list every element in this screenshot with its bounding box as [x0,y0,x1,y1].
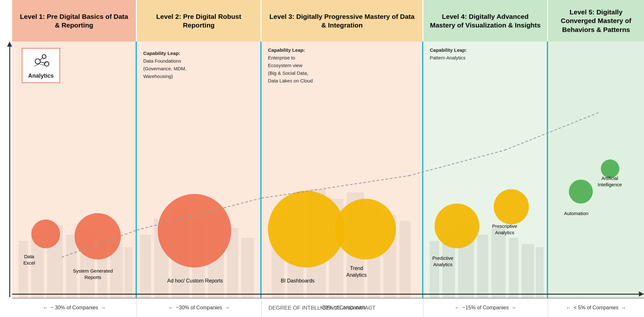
automation-label: Automation [564,210,588,217]
level2-header: Level 2: Pre Digital Robust Reporting [137,0,262,42]
level5-header: Level 5: Digitally Converged Mastery of … [548,0,644,42]
x-arrow [639,291,644,297]
analytics-icon-box: Analytics [22,48,60,83]
y-arrow [7,42,12,47]
data-excel-bubble [31,220,60,248]
x-axis-line [12,294,639,295]
predictive-analytics-label: PredictiveAnalytics [432,255,453,267]
y-axis-line [9,47,10,297]
col2: Capability Leap: Data Foundations(Govern… [137,42,262,298]
stat2: ← ~30% of Companies → [137,298,262,317]
prescriptive-analytics-label: PrescriptiveAnalytics [492,223,517,236]
x-axis-label: DEGREE OF INTELLIGENCE AND IMPACT [268,305,375,311]
adhoc-reports-label: Ad hoc/ Custom Reports [167,278,223,284]
col3: Capability Leap: Enterprise toEcosystem … [262,42,423,298]
level1-header: Level 1: Pre Digital Basics of Data & Re… [12,0,137,42]
svg-rect-0 [19,241,28,298]
svg-rect-30 [399,221,411,298]
col1: Analytics DataExcel System GeneratedRepo… [12,42,137,298]
stat4: ← ~15% of Companies → [423,298,548,317]
stat5: ← < 5% of Companies → [548,298,644,317]
x-axis [12,291,644,297]
analytics-label: Analytics [28,73,54,79]
svg-point-9 [35,59,40,64]
svg-rect-37 [522,244,534,298]
svg-line-13 [40,62,44,63]
bi-dashboards-bubble [268,191,345,267]
prescriptive-analytics-bubble [494,189,529,224]
svg-rect-36 [509,238,518,298]
header-row: Level 1: Pre Digital Basics of Data & Re… [12,0,644,42]
adhoc-reports-bubble [158,194,231,267]
svg-rect-35 [491,228,506,298]
col2-capability-leap: Capability Leap: Data Foundations(Govern… [143,50,186,80]
content-area: Analytics DataExcel System GeneratedRepo… [12,42,644,298]
svg-line-12 [40,58,43,60]
svg-rect-8 [124,247,132,298]
svg-rect-21 [241,238,254,298]
bi-dashboards-label: BI Dashboards [281,278,315,284]
col4-capability-leap: Capability Leap: Pattern Analytics [430,46,467,62]
stat1: ← ~ 30% of Companies → [12,298,137,317]
ai-label: ArtificialIntelligence [598,175,622,188]
col3-capability-leap: Capability Leap: Enterprise toEcosystem … [268,46,313,85]
col4: Capability Leap: Pattern Analytics Predi… [423,42,548,298]
col5: Automation ArtificialIntelligence [548,42,644,298]
main-wrapper: Level 1: Pre Digital Basics of Data & Re… [0,0,644,317]
level3-header: Level 3: Digitally Progressive Mastery o… [262,0,423,42]
system-reports-bubble [75,213,121,259]
svg-point-10 [42,55,46,58]
trend-analytics-label: TrendAnalytics [346,265,367,279]
level4-header: Level 4: Digitally Advanced Mastery of V… [423,0,548,42]
system-reports-label: System GeneratedReports [73,268,113,280]
automation-bubble [569,180,593,204]
trend-analytics-bubble [335,199,396,259]
svg-rect-14 [140,235,151,298]
predictive-analytics-bubble [435,204,479,248]
y-axis [6,42,13,297]
svg-rect-31 [430,241,439,298]
analytics-icon [31,52,51,71]
svg-rect-38 [536,247,544,298]
data-excel-label: DataExcel [23,253,35,266]
